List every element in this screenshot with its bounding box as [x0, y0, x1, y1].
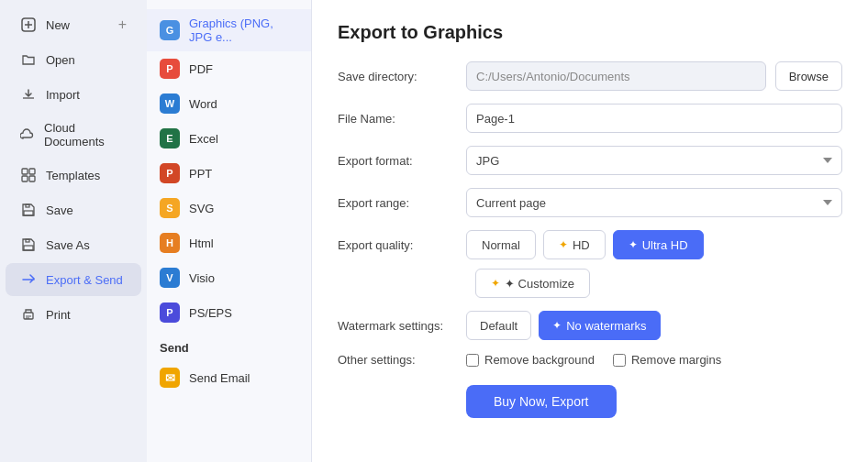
quality-ultra-hd-button[interactable]: ✦ Ultra HD — [613, 230, 704, 259]
sidebar-item-label: Save — [46, 204, 73, 217]
format-item-email[interactable]: ✉ Send Email — [147, 360, 311, 395]
other-settings-label: Other settings: — [338, 353, 457, 367]
format-icon-ppt: P — [160, 163, 180, 183]
file-name-label: File Name: — [338, 112, 457, 126]
export-format-select[interactable]: JPG PNG BMP GIF TIFF WebP — [466, 146, 842, 175]
format-item-word[interactable]: W Word — [147, 86, 311, 121]
format-icon-ps: P — [160, 302, 180, 323]
browse-button[interactable]: Browse — [775, 61, 842, 91]
format-item-svg[interactable]: S SVG — [147, 191, 311, 226]
remove-background-option[interactable]: Remove background — [466, 353, 595, 367]
sidebar-item-import[interactable]: Import — [6, 78, 141, 111]
normal-label: Normal — [482, 238, 520, 252]
watermark-buttons: Default ✦ No watermarks — [466, 311, 661, 340]
format-icon-email: ✉ — [160, 368, 180, 388]
hd-label: HD — [573, 238, 590, 252]
format-item-visio[interactable]: V Visio — [147, 260, 311, 295]
export-icon — [20, 271, 37, 288]
format-label: PPT — [189, 167, 212, 181]
sidebar-item-label: Print — [46, 308, 71, 322]
other-settings-options: Remove background Remove margins — [466, 353, 721, 367]
export-format-row: Export format: JPG PNG BMP GIF TIFF WebP — [338, 146, 842, 175]
file-name-input[interactable] — [466, 104, 842, 133]
sidebar: New + Open Import Cloud Documents — [0, 0, 147, 462]
remove-margins-checkbox[interactable] — [613, 354, 626, 367]
sidebar-item-print[interactable]: Print — [6, 298, 141, 331]
svg-rect-5 — [22, 176, 28, 182]
format-item-ps[interactable]: P PS/EPS — [147, 295, 311, 330]
quality-normal-button[interactable]: Normal — [466, 230, 536, 259]
buy-now-export-button[interactable]: Buy Now, Export — [466, 385, 617, 418]
print-icon — [20, 306, 37, 323]
no-watermarks-label: No watermarks — [566, 319, 646, 333]
file-name-row: File Name: — [338, 104, 842, 133]
watermark-label: Watermark settings: — [338, 319, 457, 333]
remove-background-checkbox[interactable] — [466, 354, 479, 367]
format-icon-excel: E — [160, 128, 180, 148]
sidebar-item-open[interactable]: Open — [6, 43, 141, 76]
format-label: Excel — [189, 132, 218, 146]
svg-rect-7 — [26, 204, 29, 207]
sidebar-item-new[interactable]: New + — [6, 8, 141, 41]
sidebar-item-label: New — [46, 18, 70, 32]
format-item-excel[interactable]: E Excel — [147, 121, 311, 156]
sidebar-item-save-as[interactable]: Save As — [6, 228, 141, 261]
export-format-label: Export format: — [338, 154, 457, 168]
customize-label: ✦ Customize — [505, 277, 574, 291]
format-label: Visio — [189, 271, 215, 285]
svg-rect-3 — [22, 169, 28, 174]
format-item-pdf[interactable]: P PDF — [147, 51, 311, 86]
new-icon — [20, 16, 37, 33]
sidebar-item-label: Open — [46, 53, 75, 67]
sidebar-item-save[interactable]: Save — [6, 193, 141, 226]
format-label: Html — [189, 236, 214, 250]
customize-button[interactable]: ✦ ✦ Customize — [475, 269, 590, 298]
format-icon-html: H — [160, 233, 180, 253]
export-range-select[interactable]: Current page All pages Selected pages — [466, 188, 842, 217]
watermark-default-button[interactable]: Default — [466, 311, 531, 340]
format-icon-png: G — [160, 20, 180, 40]
sidebar-item-cloud[interactable]: Cloud Documents — [6, 113, 141, 157]
sidebar-item-export[interactable]: Export & Send — [6, 263, 141, 296]
main-panel: Export to Graphics Save directory: Brows… — [312, 0, 868, 462]
remove-margins-option[interactable]: Remove margins — [613, 353, 721, 367]
format-label: SVG — [189, 202, 214, 215]
templates-icon — [20, 167, 37, 183]
svg-rect-4 — [29, 169, 35, 174]
no-watermark-gem-icon: ✦ — [552, 319, 562, 332]
format-label: PS/EPS — [189, 306, 232, 320]
svg-rect-9 — [26, 239, 29, 242]
format-item-ppt[interactable]: P PPT — [147, 156, 311, 191]
format-label: PDF — [189, 62, 213, 76]
save-directory-row: Save directory: Browse — [338, 61, 842, 91]
sidebar-item-label: Save As — [46, 238, 90, 252]
import-icon — [20, 86, 37, 103]
format-item-png[interactable]: G Graphics (PNG, JPG e... — [147, 9, 311, 51]
export-quality-label: Export quality: — [338, 238, 457, 252]
save-icon — [20, 202, 37, 218]
sidebar-item-label: Templates — [46, 169, 100, 182]
format-label: Word — [189, 97, 217, 111]
format-icon-visio: V — [160, 268, 180, 288]
sidebar-item-label: Export & Send — [46, 273, 123, 287]
watermark-row: Watermark settings: Default ✦ No waterma… — [338, 311, 842, 340]
sidebar-item-label: Cloud Documents — [44, 121, 127, 148]
format-icon-word: W — [160, 94, 180, 114]
format-panel: G Graphics (PNG, JPG e... P PDF W Word E… — [147, 0, 312, 462]
svg-rect-8 — [24, 211, 33, 215]
export-range-label: Export range: — [338, 196, 457, 210]
watermark-none-button[interactable]: ✦ No watermarks — [539, 311, 660, 340]
sidebar-item-label: Import — [46, 88, 80, 102]
default-label: Default — [480, 319, 517, 333]
quality-hd-button[interactable]: ✦ HD — [543, 230, 606, 259]
add-icon: + — [118, 16, 127, 33]
customize-row: ✦ ✦ Customize — [338, 269, 842, 298]
format-label: Send Email — [189, 371, 250, 385]
save-directory-input[interactable] — [466, 61, 766, 91]
svg-rect-6 — [29, 176, 35, 182]
other-settings-row: Other settings: Remove background Remove… — [338, 353, 842, 367]
save-directory-label: Save directory: — [338, 70, 457, 83]
format-icon-pdf: P — [160, 59, 180, 79]
format-item-html[interactable]: H Html — [147, 226, 311, 260]
sidebar-item-templates[interactable]: Templates — [6, 159, 141, 192]
